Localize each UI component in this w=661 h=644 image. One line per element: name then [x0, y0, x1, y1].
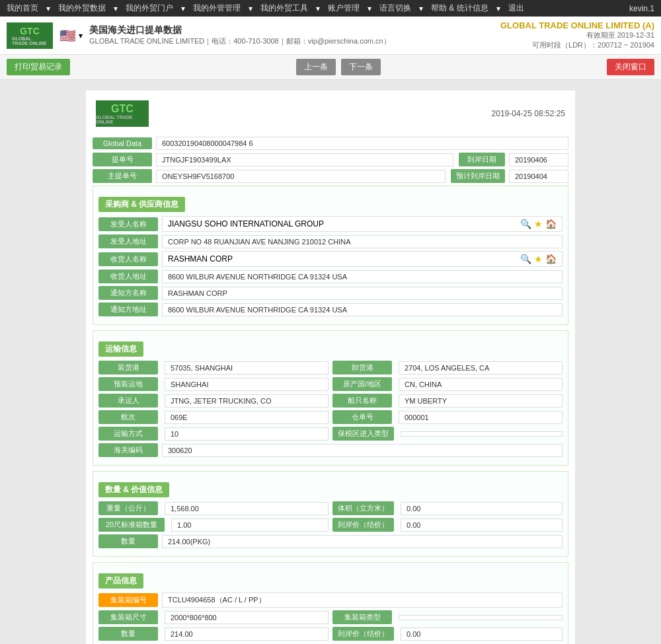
bill-no-value: JTNGJF1903499LAX	[156, 153, 453, 166]
qty-label: 数量	[98, 534, 158, 548]
carrier-vessel-row: 承运人 JTNG, JETER TRUCKING, CO 船只名称 YM UBE…	[98, 394, 563, 408]
user-info: kevin.1	[629, 4, 654, 13]
consignee-name-value-box: JIANGSU SOHO INTERNATIONAL GROUP 🔍 ★ 🏠	[162, 216, 563, 232]
unloading-port: 卸货港 2704, LOS ANGELES, CA	[332, 361, 563, 375]
star-icon-buyer[interactable]: ★	[534, 254, 543, 264]
prod-arrival-price-value: 0.00	[401, 627, 563, 641]
notify-name-label: 通知方名称	[98, 286, 158, 300]
search-icon-consignee[interactable]: 🔍	[520, 219, 531, 229]
prod-quantity: 数量 214.00	[98, 627, 329, 641]
consignee-name-label: 发受人名称	[98, 217, 158, 231]
container-no-row: 集装箱编号 TCLU4904658（AC / L / PP）	[98, 592, 563, 608]
transport-mode-label: 运输方式	[98, 427, 158, 441]
loading-port: 装货港 57035, SHANGHAI	[98, 361, 329, 375]
pre-carriage: 预装运地 SHANGHAI	[98, 377, 329, 391]
carrier-label: 承运人	[98, 394, 158, 408]
master-bill-label: 主提单号	[93, 169, 152, 183]
nav-logout[interactable]: 退出	[508, 3, 524, 14]
vessel: 船只名称 YM UBERTY	[332, 394, 563, 408]
nav-trade-data[interactable]: 我的外贸数据	[58, 3, 106, 14]
consignee-name-value: JIANGSU SOHO INTERNATIONAL GROUP	[168, 219, 324, 229]
weight: 重量（公斤） 1,568.00	[98, 501, 329, 515]
transport-mode-value: 10	[165, 427, 329, 441]
nav-management[interactable]: 我的外管管理	[193, 3, 241, 14]
global-data-label: Global Data	[93, 137, 152, 149]
next-button-top[interactable]: 下一条	[341, 59, 381, 75]
right-company-name: GLOBAL TRADE ONLINE LIMITED (A)	[500, 20, 654, 30]
nav-help[interactable]: 帮助 & 统计信息	[431, 3, 488, 14]
home-icon-consignee[interactable]: 🏠	[545, 219, 557, 229]
top-toolbar: 打印贸易记录 上一条 下一条 关闭窗口	[0, 55, 661, 80]
unloading-port-label: 卸货港	[332, 361, 392, 375]
notify-name-value: RASHMAN CORP	[162, 287, 563, 300]
est-arrival-label: 预计到岸日期	[451, 169, 505, 183]
prod-qty-price-row: 数量 214.00 到岸价（结价） 0.00	[98, 627, 563, 641]
nav-tools[interactable]: 我的外贸工具	[260, 3, 308, 14]
carrier-value: JTNG, JETER TRUCKING, CO	[165, 394, 329, 408]
logo: GTC GLOBAL TRADE ONLINE	[7, 22, 53, 49]
customs-code-row: 海关编码 300620	[98, 443, 563, 457]
global-data-row: Global Data 600320190408000047984 6	[93, 137, 568, 150]
arrival-price-label: 到岸价（结价）	[332, 518, 394, 532]
print-button-top[interactable]: 打印贸易记录	[7, 59, 70, 75]
nav-home[interactable]: 我的首页	[7, 3, 38, 14]
header-left: GTC GLOBAL TRADE ONLINE 🇺🇸 ▾ 美国海关进口提单数据 …	[7, 22, 391, 49]
ldr-info: 可用时段（LDR）：200712 ~ 201904	[500, 40, 654, 50]
global-data-value: 600320190408000047984 6	[156, 137, 568, 150]
volume-value: 0.00	[401, 502, 563, 515]
container-type-value	[399, 615, 563, 620]
bonded-value	[401, 431, 563, 437]
container-no-value: TCLU4904658（AC / L / PP）	[162, 592, 563, 608]
transport-bonded-row: 运输方式 10 保税区进入类型	[98, 427, 563, 441]
prod-qty-value: 214.00	[165, 627, 329, 641]
product-section: 产品信息 集装箱编号 TCLU4904658（AC / L / PP） 集装箱尺…	[93, 562, 568, 644]
close-button-top[interactable]: 关闭窗口	[607, 59, 654, 75]
carrier: 承运人 JTNG, JETER TRUCKING, CO	[98, 394, 329, 408]
container-value: 1.00	[171, 519, 329, 532]
star-icon-consignee[interactable]: ★	[534, 219, 543, 229]
bill-arrival-row: 提单号 JTNGJF1903499LAX 到岸日期 20190406	[93, 153, 568, 166]
buyer-name-row: 收货人名称 RASHMAN CORP 🔍 ★ 🏠	[98, 251, 563, 267]
consignee-name-row: 发受人名称 JIANGSU SOHO INTERNATIONAL GROUP 🔍…	[98, 216, 563, 232]
consignee-icons: 🔍 ★ 🏠	[520, 219, 557, 229]
buyer-name-value: RASHMAN CORP	[168, 254, 233, 264]
flag-selector[interactable]: 🇺🇸 ▾	[59, 28, 83, 44]
notify-addr-value: 8600 WILBUR AVENUE NORTHRIDGE CA 91324 U…	[162, 303, 563, 316]
buyer-name-label: 收货人名称	[98, 252, 158, 266]
transport-mode: 运输方式 10	[98, 427, 329, 441]
qty-value: 214.00(PKG)	[162, 535, 563, 548]
voyage-value: 069E	[165, 411, 329, 424]
qty-row: 数量 214.00(PKG)	[98, 534, 563, 548]
nav-links: 我的首页▾ 我的外贸数据▾ 我的外贸门户▾ 我的外管管理▾ 我的外贸工具▾ 账户…	[7, 3, 524, 14]
unloading-port-value: 2704, LOS ANGELES, CA	[399, 361, 563, 375]
container-type: 集装箱类型	[332, 610, 563, 624]
top-navigation: 我的首页▾ 我的外贸数据▾ 我的外贸门户▾ 我的外管管理▾ 我的外贸工具▾ 账户…	[0, 0, 661, 17]
volume-label: 体积（立方米）	[332, 501, 394, 515]
buyer-addr-label: 收货人地址	[98, 269, 158, 283]
port-row: 装货港 57035, SHANGHAI 卸货港 2704, LOS ANGELE…	[98, 361, 563, 375]
container-size: 集装箱尺寸 2000*806*800	[98, 610, 329, 624]
nav-account[interactable]: 账户管理	[328, 3, 360, 14]
buyer-section: 采购商 & 供应商信息 发受人名称 JIANGSU SOHO INTERNATI…	[93, 186, 568, 325]
voyage-warehouse-row: 航次 069E 仓单号 000001	[98, 410, 563, 424]
nav-language[interactable]: 语言切换	[379, 3, 411, 14]
page-header: GTC GLOBAL TRADE ONLINE 🇺🇸 ▾ 美国海关进口提单数据 …	[0, 17, 661, 55]
notify-name-row: 通知方名称 RASHMAN CORP	[98, 286, 563, 300]
voyage: 航次 069E	[98, 410, 329, 424]
consignee-addr-value: CORP NO 48 RUANJIAN AVE NANJING 210012 C…	[162, 235, 563, 248]
vessel-label: 船只名称	[332, 394, 392, 408]
voyage-label: 航次	[98, 410, 158, 424]
origin-country: 原产国/地区 CN, CHINA	[332, 377, 563, 391]
pre-carriage-label: 预装运地	[98, 377, 158, 391]
customs-code-label: 海关编码	[98, 443, 158, 457]
bill-no-label: 提单号	[93, 153, 152, 166]
quantity-section: 数量 & 价值信息 重量（公斤） 1,568.00 体积（立方米） 0.00 2…	[93, 471, 568, 557]
home-icon-buyer[interactable]: 🏠	[545, 254, 557, 264]
nav-foreign-trade[interactable]: 我的外贸门户	[126, 3, 173, 14]
prev-button-top[interactable]: 上一条	[296, 59, 336, 75]
vessel-value: YM UBERTY	[399, 394, 563, 408]
container-label: 20尺标准箱数量	[98, 518, 165, 532]
volume: 体积（立方米） 0.00	[332, 501, 563, 515]
doc-header: GTC GLOBAL TRADE ONLINE 2019-04-25 08:52…	[93, 97, 568, 130]
search-icon-buyer[interactable]: 🔍	[520, 254, 531, 264]
